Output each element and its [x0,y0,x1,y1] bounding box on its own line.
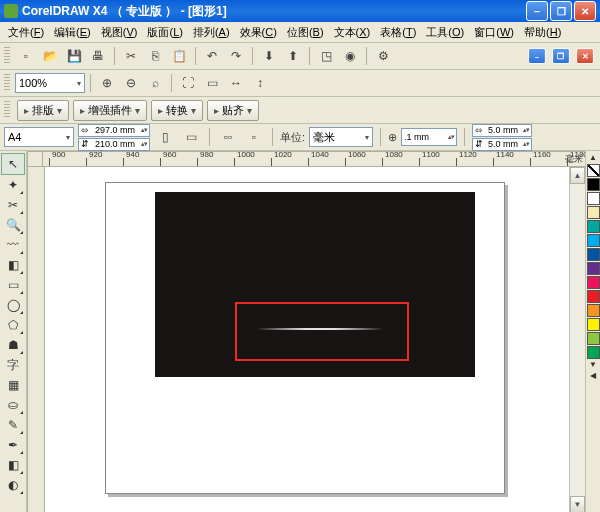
doc-restore-button[interactable]: ❐ [552,48,570,64]
scroll-down-button[interactable]: ▼ [570,496,585,512]
page-height-input[interactable]: ⇵ 210.0 mm [78,138,150,151]
print-button[interactable]: 🖶 [87,45,109,67]
zoom-out-button[interactable]: ⊖ [120,72,142,94]
swatch-2[interactable] [587,192,600,205]
menu-c[interactable]: 效果(C) [236,23,281,42]
drawing-canvas[interactable] [45,167,569,512]
group-button-1[interactable]: ▸增强插件▾ [73,100,147,121]
nudge-input[interactable]: .1 mm [401,128,457,146]
close-button[interactable]: ✕ [574,1,596,21]
palette-flyout-button[interactable]: ◀ [590,371,596,382]
toolbar-grip[interactable] [4,101,10,119]
menu-b[interactable]: 位图(B) [283,23,328,42]
zoom-selection-button[interactable]: ⌕ [144,72,166,94]
zoom-height-button[interactable]: ↕ [249,72,271,94]
swatch-6[interactable] [587,248,600,261]
zoom-all-button[interactable]: ⛶ [177,72,199,94]
tool-rectangle[interactable]: ▭ [2,275,24,295]
menu-e[interactable]: 编辑(E) [50,23,95,42]
import-button[interactable]: ⬇ [258,45,280,67]
tool-smart-fill[interactable]: ◧ [2,255,24,275]
new-button[interactable]: ▫ [15,45,37,67]
tool-eyedropper[interactable]: ✎ [2,415,24,435]
swatch-1[interactable] [587,178,600,191]
menu-l[interactable]: 版面(L) [143,23,186,42]
tool-interactive-fill[interactable]: ◐ [2,475,24,495]
duplicate-y-input[interactable]: ⇵5.0 mm [472,138,532,151]
swatch-10[interactable] [587,304,600,317]
tool-pick[interactable]: ↖ [1,153,25,175]
zoom-in-button[interactable]: ⊕ [96,72,118,94]
units-combo[interactable]: 毫米 [309,127,373,147]
maximize-button[interactable]: ❐ [550,1,572,21]
swatch-12[interactable] [587,332,600,345]
copy-button[interactable]: ⎘ [144,45,166,67]
swatch-4[interactable] [587,220,600,233]
group-button-2[interactable]: ▸转换▾ [151,100,203,121]
tool-basic-shapes[interactable]: ☗ [2,335,24,355]
paste-button[interactable]: 📋 [168,45,190,67]
group-button-3[interactable]: ▸贴齐▾ [207,100,259,121]
tool-freehand[interactable]: 〰 [2,235,24,255]
tool-fill[interactable]: ◧ [2,455,24,475]
tool-outline[interactable]: ✒ [2,435,24,455]
doc-close-button[interactable]: ✕ [576,48,594,64]
swatch-3[interactable] [587,206,600,219]
paper-size-combo[interactable]: A4 [4,127,74,147]
scroll-up-button[interactable]: ▲ [570,167,585,184]
toolbar-grip[interactable] [4,74,10,92]
swatch-13[interactable] [587,346,600,359]
tool-ellipse[interactable]: ◯ [2,295,24,315]
open-button[interactable]: 📂 [39,45,61,67]
page-width-input[interactable]: ⬄ 297.0 mm [78,124,150,137]
palette-up-button[interactable]: ▲ [589,153,597,164]
options-button[interactable]: ⚙ [372,45,394,67]
landscape-button[interactable]: ▭ [180,126,202,148]
vertical-ruler[interactable] [27,167,45,512]
swatch-9[interactable] [587,290,600,303]
page-apply-current-button[interactable]: ▫ [243,126,265,148]
cut-button[interactable]: ✂ [120,45,142,67]
tool-polygon[interactable]: ⬠ [2,315,24,335]
tool-interactive[interactable]: ⛀ [2,395,24,415]
app-launcher-button[interactable]: ◳ [315,45,337,67]
ruler-origin[interactable] [27,151,43,167]
swatch-5[interactable] [587,234,600,247]
vertical-scrollbar[interactable]: ▲ ▼ [569,167,585,512]
zoom-combo[interactable]: 100% [15,73,85,93]
minimize-button[interactable]: – [526,1,548,21]
welcome-button[interactable]: ◉ [339,45,361,67]
export-button[interactable]: ⬆ [282,45,304,67]
tool-table[interactable]: ▦ [2,375,24,395]
tool-shape[interactable]: ✦ [2,175,24,195]
menu-h[interactable]: 帮助(H) [520,23,565,42]
menu-x[interactable]: 文本(X) [330,23,375,42]
menu-a[interactable]: 排列(A) [189,23,234,42]
swatch-0[interactable] [587,164,600,177]
menu-v[interactable]: 视图(V) [97,23,142,42]
group-button-0[interactable]: ▸排版▾ [17,100,69,121]
undo-button[interactable]: ↶ [201,45,223,67]
tool-text[interactable]: 字 [2,355,24,375]
save-button[interactable]: 💾 [63,45,85,67]
menu-w[interactable]: 窗口(W) [470,23,518,42]
tool-crop[interactable]: ✂ [2,195,24,215]
zoom-width-button[interactable]: ↔ [225,72,247,94]
zoom-page-button[interactable]: ▭ [201,72,223,94]
page-apply-all-button[interactable]: ▫▫ [217,126,239,148]
menu-o[interactable]: 工具(O) [422,23,468,42]
scroll-track[interactable] [570,184,585,496]
menu-t[interactable]: 表格(T) [376,23,420,42]
redo-button[interactable]: ↷ [225,45,247,67]
tool-zoom[interactable]: 🔍 [2,215,24,235]
portrait-button[interactable]: ▯ [154,126,176,148]
duplicate-x-input[interactable]: ⬄5.0 mm [472,124,532,137]
swatch-8[interactable] [587,276,600,289]
horizontal-ruler[interactable]: 毫米 9009209409609801000102010401060108011… [43,151,585,167]
doc-minimize-button[interactable]: – [528,48,546,64]
swatch-7[interactable] [587,262,600,275]
swatch-11[interactable] [587,318,600,331]
palette-down-button[interactable]: ▼ [589,360,597,371]
toolbar-grip[interactable] [4,47,10,65]
menu-f[interactable]: 文件(F) [4,23,48,42]
